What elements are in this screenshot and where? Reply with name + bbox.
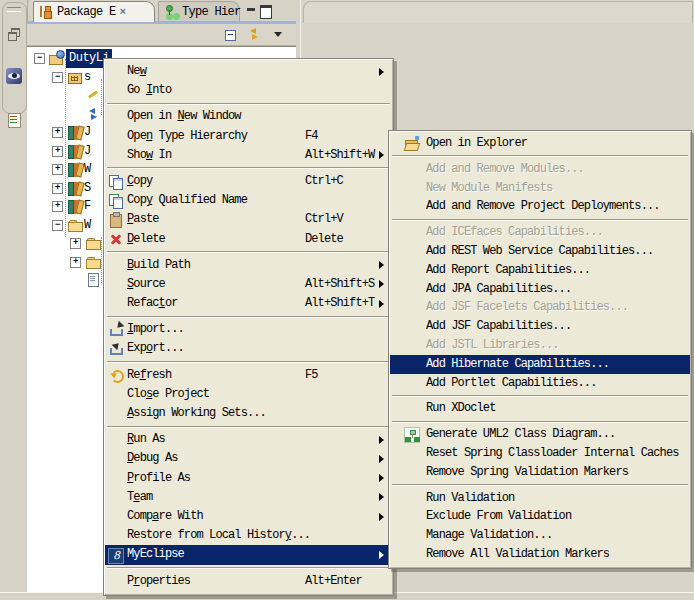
menu-item-add-rest-web-service-capabilities[interactable]: Add REST Web Service Capabilities... <box>390 242 690 261</box>
menu-item-add-report-capabilities[interactable]: Add Report Capabilities... <box>390 261 690 280</box>
menu-item-add-jsf-capabilities[interactable]: Add JSF Capabilities... <box>390 317 690 336</box>
package-explorer-icon <box>38 4 54 20</box>
menu-item-label: Add ICEfaces Capabilities... <box>426 223 603 242</box>
menu-item-source[interactable]: SourceAlt+Shift+S <box>105 275 392 294</box>
menu-item-new[interactable]: New <box>105 62 392 81</box>
tree-expander-plus-icon[interactable]: + <box>70 257 81 268</box>
menu-item-open-in-explorer[interactable]: Open in Explorer <box>390 134 690 153</box>
menu-item-copy-qualified-name[interactable]: Copy Qualified Name <box>105 191 392 210</box>
visualiser-eye-icon[interactable] <box>6 68 22 84</box>
menu-item-run-validation[interactable]: Run Validation <box>390 489 690 508</box>
menu-item-export[interactable]: Export... <box>105 339 392 358</box>
menu-item-properties[interactable]: PropertiesAlt+Enter <box>105 572 392 591</box>
eclipse-workbench: Package E×Type Hier −DutyLi−s+J+J+W+S+F−… <box>0 0 694 600</box>
menu-item-label: Delete <box>127 230 165 249</box>
tree-expander-plus-icon[interactable]: + <box>52 201 63 212</box>
menu-item-import[interactable]: Import... <box>105 320 392 339</box>
menu-item-myeclipse[interactable]: MyEclipse <box>105 545 392 564</box>
menu-item-label: Run As <box>127 430 165 449</box>
sync-icon <box>85 106 101 122</box>
library-icon <box>67 180 83 196</box>
toolbar-drag-handle[interactable] <box>7 7 21 12</box>
menu-item-close-project[interactable]: Close Project <box>105 385 392 404</box>
menu-item-open-in-new-window[interactable]: Open in New Window <box>105 107 392 126</box>
menu-item-add-jpa-capabilities[interactable]: Add JPA Capabilities... <box>390 280 690 299</box>
library-icon <box>67 124 83 140</box>
library-icon <box>67 198 83 214</box>
menu-item-remove-all-validation-markers[interactable]: Remove All Validation Markers <box>390 545 690 564</box>
menu-shortcut: Ctrl+C <box>305 172 343 191</box>
menu-item-label: Add JPA Capabilities... <box>426 280 571 299</box>
menu-item-label: Add JSTL Libraries... <box>426 336 559 355</box>
tab-package-e[interactable]: Package E× <box>33 1 155 22</box>
menu-item-remove-spring-validation-markers[interactable]: Remove Spring Validation Markers <box>390 463 690 482</box>
link-with-editor-icon[interactable] <box>246 26 262 42</box>
tree-expander-minus-icon[interactable]: − <box>52 72 63 83</box>
menu-item-label: Remove Spring Validation Markers <box>426 463 628 482</box>
menu-item-add-and-remove-project-deployments[interactable]: Add and Remove Project Deployments... <box>390 197 690 216</box>
tab-label: Type Hier <box>182 5 241 19</box>
menu-item-label: Generate UML2 Class Diagram... <box>426 425 615 444</box>
menu-item-compare-with[interactable]: Compare With <box>105 507 392 526</box>
menu-item-label: Compare With <box>127 507 203 526</box>
menu-item-build-path[interactable]: Build Path <box>105 256 392 275</box>
tree-expander-plus-icon[interactable]: + <box>70 238 81 249</box>
menu-item-go-into[interactable]: Go Into <box>105 81 392 100</box>
menu-item-add-jstl-libraries: Add JSTL Libraries... <box>390 336 690 355</box>
maximize-view-icon[interactable] <box>260 5 272 19</box>
menu-item-label: Remove All Validation Markers <box>426 545 609 564</box>
close-icon[interactable]: × <box>120 6 126 18</box>
menu-item-add-hibernate-capabilities[interactable]: Add Hibernate Capabilities... <box>390 355 690 374</box>
tab-type-hier[interactable]: Type Hier <box>158 1 240 22</box>
collapse-all-icon[interactable] <box>222 26 238 42</box>
menu-item-exclude-from-validation[interactable]: Exclude From Validation <box>390 507 690 526</box>
menu-separator <box>392 395 688 397</box>
menu-item-run-xdoclet[interactable]: Run XDoclet <box>390 399 690 418</box>
menu-item-team[interactable]: Team <box>105 488 392 507</box>
menu-item-refresh[interactable]: RefreshF5 <box>105 366 392 385</box>
menu-item-copy[interactable]: CopyCtrl+C <box>105 172 392 191</box>
menu-item-manage-validation[interactable]: Manage Validation... <box>390 526 690 545</box>
menu-item-debug-as[interactable]: Debug As <box>105 449 392 468</box>
menu-item-assign-working-sets[interactable]: Assign Working Sets... <box>105 404 392 423</box>
tree-item-label: W <box>84 216 91 235</box>
menu-item-show-in[interactable]: Show InAlt+Shift+W <box>105 146 392 165</box>
tree-item-label: W <box>84 160 91 179</box>
menu-item-add-jsf-facelets-capabilities: Add JSF Facelets Capabilities... <box>390 298 690 317</box>
tree-expander-plus-icon[interactable]: + <box>52 127 63 138</box>
outline-list-icon[interactable] <box>6 112 22 128</box>
folder-icon <box>85 235 101 251</box>
view-menu-icon[interactable] <box>270 26 286 42</box>
menu-separator <box>392 484 688 486</box>
menu-item-label: Profile As <box>127 469 190 488</box>
tree-expander-plus-icon[interactable]: + <box>52 146 63 157</box>
menu-item-open-type-hierarchy[interactable]: Open Type HierarchyF4 <box>105 127 392 146</box>
tree-expander-minus-icon[interactable]: − <box>34 53 45 64</box>
menu-item-profile-as[interactable]: Profile As <box>105 469 392 488</box>
submenu-arrow-icon <box>379 493 388 501</box>
submenu-arrow-icon <box>379 455 388 463</box>
menu-shortcut: Ctrl+V <box>305 210 343 229</box>
menu-item-add-portlet-capabilities[interactable]: Add Portlet Capabilities... <box>390 374 690 393</box>
menu-item-reset-spring-classloader-internal-caches[interactable]: Reset Spring Classloader Internal Caches <box>390 444 690 463</box>
tree-expander-plus-icon[interactable]: + <box>52 164 63 175</box>
menu-item-label: Open in Explorer <box>426 134 527 153</box>
minimize-view-icon[interactable] <box>247 8 255 11</box>
context-menu: NewGo IntoOpen in New WindowOpen Type Hi… <box>103 58 394 596</box>
restore-view-icon[interactable] <box>6 26 22 42</box>
menu-item-label: Open in New Window <box>127 107 241 126</box>
yellow-file-icon <box>85 87 101 103</box>
menu-item-refactor[interactable]: RefactorAlt+Shift+T <box>105 294 392 313</box>
menu-item-run-as[interactable]: Run As <box>105 430 392 449</box>
menu-shortcut: F4 <box>305 127 318 146</box>
tree-expander-plus-icon[interactable]: + <box>52 183 63 194</box>
menu-item-paste[interactable]: PasteCtrl+V <box>105 210 392 229</box>
menu-separator <box>107 103 390 105</box>
menu-shortcut: Alt+Shift+S <box>305 275 374 294</box>
menu-item-delete[interactable]: DeleteDelete <box>105 230 392 249</box>
menu-item-generate-uml2-class-diagram[interactable]: Generate UML2 Class Diagram... <box>390 425 690 444</box>
menu-item-label: Import... <box>127 320 184 339</box>
menu-item-restore-from-local-history[interactable]: Restore from Local History... <box>105 526 392 545</box>
tree-expander-minus-icon[interactable]: − <box>52 220 63 231</box>
menu-item-label: Properties <box>127 572 190 591</box>
